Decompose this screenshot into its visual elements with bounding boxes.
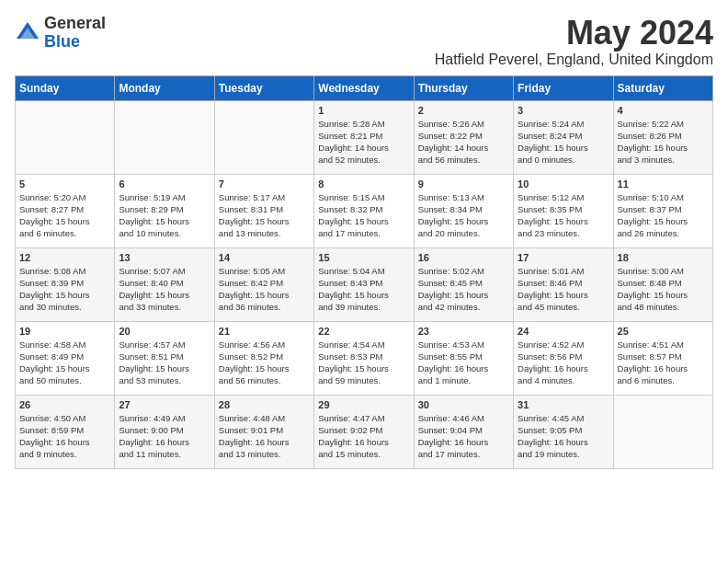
calendar-cell: 26Sunrise: 4:50 AM Sunset: 8:59 PM Dayli… — [16, 395, 115, 468]
day-number: 9 — [418, 178, 509, 190]
cell-text: Sunrise: 5:01 AM Sunset: 8:46 PM Dayligh… — [518, 265, 609, 314]
day-number: 22 — [318, 326, 409, 337]
day-number: 7 — [219, 178, 310, 190]
day-number: 15 — [318, 252, 409, 263]
cell-text: Sunrise: 4:47 AM Sunset: 9:02 PM Dayligh… — [318, 412, 409, 461]
day-number: 1 — [318, 105, 409, 116]
day-number: 20 — [119, 326, 210, 337]
calendar-cell: 29Sunrise: 4:47 AM Sunset: 9:02 PM Dayli… — [314, 395, 414, 468]
weekday-header-tuesday: Tuesday — [214, 75, 313, 100]
cell-text: Sunrise: 5:17 AM Sunset: 8:31 PM Dayligh… — [219, 191, 310, 240]
cell-text: Sunrise: 4:46 AM Sunset: 9:04 PM Dayligh… — [418, 412, 509, 461]
day-number: 21 — [219, 326, 310, 337]
calendar-row-4: 26Sunrise: 4:50 AM Sunset: 8:59 PM Dayli… — [16, 395, 713, 468]
calendar-cell: 4Sunrise: 5:22 AM Sunset: 8:26 PM Daylig… — [613, 100, 712, 174]
calendar-cell: 31Sunrise: 4:45 AM Sunset: 9:05 PM Dayli… — [514, 395, 613, 468]
cell-text: Sunrise: 4:50 AM Sunset: 8:59 PM Dayligh… — [19, 412, 110, 461]
day-number: 19 — [19, 326, 110, 337]
calendar-cell: 16Sunrise: 5:02 AM Sunset: 8:45 PM Dayli… — [414, 247, 513, 321]
calendar-cell: 15Sunrise: 5:04 AM Sunset: 8:43 PM Dayli… — [314, 247, 414, 321]
cell-text: Sunrise: 5:05 AM Sunset: 8:42 PM Dayligh… — [219, 265, 310, 314]
weekday-header-thursday: Thursday — [414, 75, 513, 100]
cell-text: Sunrise: 4:49 AM Sunset: 9:00 PM Dayligh… — [119, 412, 210, 461]
cell-text: Sunrise: 5:10 AM Sunset: 8:37 PM Dayligh… — [618, 191, 709, 240]
calendar-cell: 23Sunrise: 4:53 AM Sunset: 8:55 PM Dayli… — [414, 321, 513, 395]
cell-text: Sunrise: 4:58 AM Sunset: 8:49 PM Dayligh… — [19, 339, 110, 387]
calendar-cell: 8Sunrise: 5:15 AM Sunset: 8:32 PM Daylig… — [314, 174, 414, 247]
cell-text: Sunrise: 5:19 AM Sunset: 8:29 PM Dayligh… — [119, 191, 210, 240]
calendar-cell — [115, 100, 214, 174]
day-number: 5 — [19, 178, 110, 190]
cell-text: Sunrise: 5:04 AM Sunset: 8:43 PM Dayligh… — [318, 265, 409, 314]
month-title: May 2024 — [435, 15, 713, 52]
day-number: 17 — [518, 252, 609, 263]
logo: General Blue — [15, 15, 106, 52]
cell-text: Sunrise: 4:54 AM Sunset: 8:53 PM Dayligh… — [318, 339, 409, 387]
day-number: 13 — [119, 252, 210, 263]
day-number: 11 — [618, 178, 709, 190]
day-number: 6 — [119, 178, 210, 190]
calendar-cell: 17Sunrise: 5:01 AM Sunset: 8:46 PM Dayli… — [514, 247, 613, 321]
calendar-cell: 5Sunrise: 5:20 AM Sunset: 8:27 PM Daylig… — [16, 174, 115, 247]
logo-blue-text: Blue — [44, 33, 106, 52]
day-number: 26 — [19, 399, 110, 410]
day-number: 16 — [418, 252, 509, 263]
day-number: 24 — [518, 326, 609, 337]
weekday-header-saturday: Saturday — [613, 75, 712, 100]
calendar-cell: 19Sunrise: 4:58 AM Sunset: 8:49 PM Dayli… — [16, 321, 115, 395]
cell-text: Sunrise: 5:28 AM Sunset: 8:21 PM Dayligh… — [318, 118, 409, 167]
logo-general-text: General — [44, 15, 106, 33]
day-number: 14 — [219, 252, 310, 263]
cell-text: Sunrise: 5:07 AM Sunset: 8:40 PM Dayligh… — [119, 265, 210, 314]
cell-text: Sunrise: 5:22 AM Sunset: 8:26 PM Dayligh… — [618, 118, 709, 167]
calendar-cell: 10Sunrise: 5:12 AM Sunset: 8:35 PM Dayli… — [514, 174, 613, 247]
cell-text: Sunrise: 5:13 AM Sunset: 8:34 PM Dayligh… — [418, 191, 509, 240]
cell-text: Sunrise: 5:20 AM Sunset: 8:27 PM Dayligh… — [19, 191, 110, 240]
calendar-cell: 25Sunrise: 4:51 AM Sunset: 8:57 PM Dayli… — [613, 321, 712, 395]
calendar-cell: 18Sunrise: 5:00 AM Sunset: 8:48 PM Dayli… — [613, 247, 712, 321]
calendar-cell: 28Sunrise: 4:48 AM Sunset: 9:01 PM Dayli… — [214, 395, 313, 468]
cell-text: Sunrise: 4:45 AM Sunset: 9:05 PM Dayligh… — [518, 412, 609, 461]
day-number: 3 — [518, 105, 609, 116]
day-number: 31 — [518, 399, 609, 410]
day-number: 8 — [318, 178, 409, 190]
calendar-cell: 12Sunrise: 5:08 AM Sunset: 8:39 PM Dayli… — [16, 247, 115, 321]
calendar-cell — [613, 395, 712, 468]
calendar-cell: 13Sunrise: 5:07 AM Sunset: 8:40 PM Dayli… — [115, 247, 214, 321]
calendar-row-3: 19Sunrise: 4:58 AM Sunset: 8:49 PM Dayli… — [16, 321, 713, 395]
calendar-row-0: 1Sunrise: 5:28 AM Sunset: 8:21 PM Daylig… — [16, 100, 713, 174]
calendar-cell: 3Sunrise: 5:24 AM Sunset: 8:24 PM Daylig… — [514, 100, 613, 174]
calendar-table: SundayMondayTuesdayWednesdayThursdayFrid… — [15, 75, 713, 469]
calendar-cell: 6Sunrise: 5:19 AM Sunset: 8:29 PM Daylig… — [115, 174, 214, 247]
day-number: 28 — [219, 399, 310, 410]
calendar-cell: 24Sunrise: 4:52 AM Sunset: 8:56 PM Dayli… — [514, 321, 613, 395]
cell-text: Sunrise: 5:15 AM Sunset: 8:32 PM Dayligh… — [318, 191, 409, 240]
calendar-row-2: 12Sunrise: 5:08 AM Sunset: 8:39 PM Dayli… — [16, 247, 713, 321]
cell-text: Sunrise: 5:02 AM Sunset: 8:45 PM Dayligh… — [418, 265, 509, 314]
calendar-cell: 21Sunrise: 4:56 AM Sunset: 8:52 PM Dayli… — [214, 321, 313, 395]
logo-icon — [15, 20, 40, 46]
day-number: 2 — [418, 105, 509, 116]
weekday-header-wednesday: Wednesday — [314, 75, 414, 100]
day-number: 30 — [418, 399, 509, 410]
calendar-cell — [214, 100, 313, 174]
day-number: 18 — [618, 252, 709, 263]
calendar-cell: 22Sunrise: 4:54 AM Sunset: 8:53 PM Dayli… — [314, 321, 414, 395]
calendar-cell — [16, 100, 115, 174]
calendar-cell: 27Sunrise: 4:49 AM Sunset: 9:00 PM Dayli… — [115, 395, 214, 468]
cell-text: Sunrise: 5:12 AM Sunset: 8:35 PM Dayligh… — [518, 191, 609, 240]
cell-text: Sunrise: 4:53 AM Sunset: 8:55 PM Dayligh… — [418, 339, 509, 387]
cell-text: Sunrise: 5:24 AM Sunset: 8:24 PM Dayligh… — [518, 118, 609, 167]
cell-text: Sunrise: 5:00 AM Sunset: 8:48 PM Dayligh… — [618, 265, 709, 314]
calendar-cell: 11Sunrise: 5:10 AM Sunset: 8:37 PM Dayli… — [613, 174, 712, 247]
logo-text: General Blue — [44, 15, 106, 52]
calendar-cell: 7Sunrise: 5:17 AM Sunset: 8:31 PM Daylig… — [214, 174, 313, 247]
day-number: 25 — [618, 326, 709, 337]
cell-text: Sunrise: 4:57 AM Sunset: 8:51 PM Dayligh… — [119, 339, 210, 387]
calendar-cell: 2Sunrise: 5:26 AM Sunset: 8:22 PM Daylig… — [414, 100, 513, 174]
day-number: 12 — [19, 252, 110, 263]
cell-text: Sunrise: 4:52 AM Sunset: 8:56 PM Dayligh… — [518, 339, 609, 387]
cell-text: Sunrise: 5:26 AM Sunset: 8:22 PM Dayligh… — [418, 118, 509, 167]
day-number: 10 — [518, 178, 609, 190]
day-number: 27 — [119, 399, 210, 410]
